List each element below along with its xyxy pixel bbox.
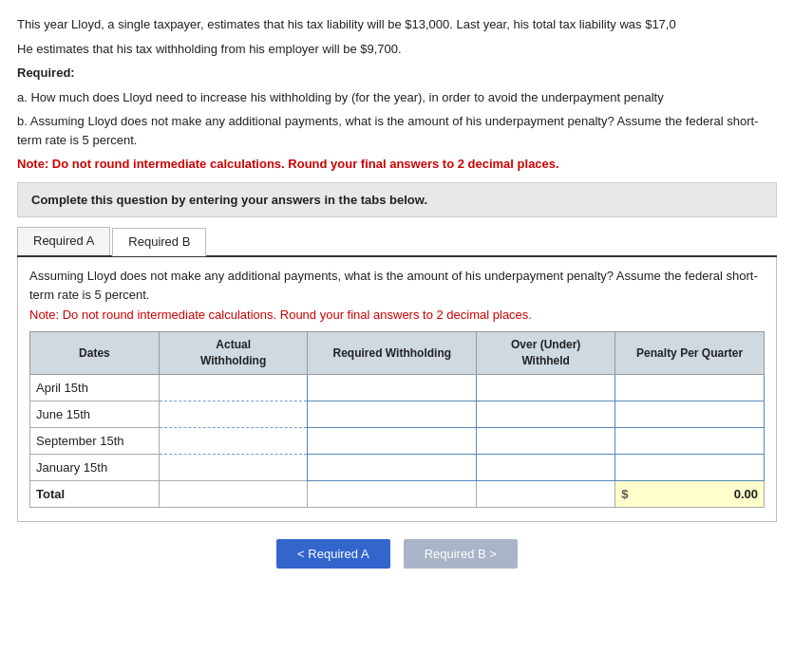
total-required-empty [308,480,477,507]
input-actual-january[interactable] [159,454,308,480]
part-a-text: a. How much does Lloyd need to increase … [17,88,777,107]
input-over-january[interactable] [477,454,615,480]
total-row: Total $ 0.00 [30,480,765,507]
input-over-june[interactable] [477,401,615,427]
input-over-september[interactable] [477,427,615,454]
date-january: January 15th [30,454,160,480]
th-penalty-per-quarter: Penalty Per Quarter [615,332,765,375]
intro-line1: This year Lloyd, a single taxpayer, esti… [17,15,777,34]
total-over-empty [477,480,615,507]
actual-withholding-september-input[interactable] [165,434,302,448]
tab-b-description: Assuming Lloyd does not make any additio… [29,267,765,304]
input-penalty-april[interactable] [615,374,765,401]
required-withholding-january-input[interactable] [313,460,470,475]
table-row: September 15th [30,427,765,454]
input-required-september[interactable] [308,427,477,454]
penalty-table: Dates ActualWithholding Required Withhol… [29,331,765,508]
tab-required-b[interactable]: Required B [112,228,206,256]
th-required-withholding: Required Withholding [308,332,477,375]
table-row: April 15th [30,374,765,401]
tab-b-note: Note: Do not round intermediate calculat… [29,308,765,322]
main-note: Note: Do not round intermediate calculat… [17,157,777,171]
input-penalty-january[interactable] [615,454,765,480]
total-penalty-cell: $ 0.00 [615,480,765,507]
actual-withholding-january-input[interactable] [165,460,302,475]
part-b-text: b. Assuming Lloyd does not make any addi… [17,112,777,149]
date-april: April 15th [30,374,160,401]
penalty-june-input[interactable] [621,407,758,421]
total-label: Total [30,480,160,507]
total-actual-empty [159,480,308,507]
required-withholding-june-input[interactable] [313,407,470,421]
table-row: June 15th [30,401,765,427]
tab-required-a[interactable]: Required A [17,227,110,255]
actual-withholding-april-input[interactable] [165,381,302,395]
over-under-september-input[interactable] [482,434,609,448]
required-withholding-september-input[interactable] [313,434,470,448]
th-actual-withholding: ActualWithholding [159,332,308,375]
date-june: June 15th [30,401,160,427]
button-row: < Required A Required B > [17,539,777,569]
intro-line2: He estimates that his tax withholding fr… [17,40,777,59]
next-button[interactable]: Required B > [404,539,518,569]
dollar-sign: $ [621,487,628,501]
table-row: January 15th [30,454,765,480]
th-over-under: Over (Under)Withheld [477,332,615,375]
input-required-january[interactable] [308,454,477,480]
required-withholding-april-input[interactable] [313,381,470,395]
tabs-row: Required A Required B [17,227,777,257]
input-required-april[interactable] [308,374,477,401]
input-actual-september[interactable] [159,427,308,454]
penalty-april-input[interactable] [621,381,758,395]
intro-section: This year Lloyd, a single taxpayer, esti… [17,15,777,149]
input-penalty-june[interactable] [615,401,765,427]
over-under-april-input[interactable] [482,381,609,395]
tab-b-content: Assuming Lloyd does not make any additio… [17,257,777,522]
input-actual-june[interactable] [159,401,308,427]
input-required-june[interactable] [308,401,477,427]
penalty-january-input[interactable] [621,460,758,475]
input-penalty-september[interactable] [615,427,765,454]
over-under-june-input[interactable] [482,407,609,421]
input-over-april[interactable] [477,374,615,401]
date-september: September 15th [30,427,160,454]
actual-withholding-june-input[interactable] [165,407,302,421]
complete-instructions: Complete this question by entering your … [17,182,777,217]
total-penalty-value: 0.00 [734,487,758,501]
over-under-january-input[interactable] [482,460,609,475]
penalty-september-input[interactable] [621,434,758,448]
th-dates: Dates [30,332,160,375]
required-label: Required: [17,64,777,83]
input-actual-april[interactable] [159,374,308,401]
prev-button[interactable]: < Required A [276,539,390,569]
